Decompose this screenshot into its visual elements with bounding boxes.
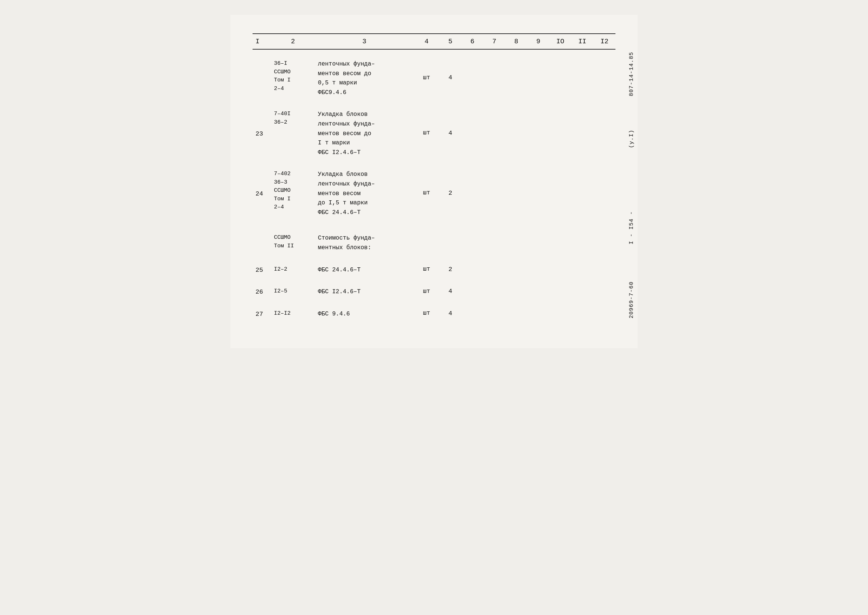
- row-empty-col: [593, 262, 615, 277]
- row-empty-col: [571, 166, 593, 220]
- page: 807-14-14.85 (у.I) I - I54 - 20969-7-60 …: [230, 15, 638, 348]
- row-unit: шт: [414, 262, 439, 277]
- row-empty-col: [571, 262, 593, 277]
- row-desc: ленточных фунда– ментов весом до 0,5 т м…: [315, 56, 414, 100]
- row-empty-col: [483, 306, 505, 322]
- row-empty-col: [483, 262, 505, 277]
- right-label-3: I - I54 -: [628, 211, 635, 244]
- row-empty-col: [506, 262, 527, 277]
- row-unit: шт: [414, 56, 439, 100]
- row-empty-col: [593, 306, 615, 322]
- row-empty-col: [549, 226, 571, 255]
- row-empty-col: [593, 166, 615, 220]
- row-empty-col: [483, 284, 505, 299]
- col-header-2: 2: [271, 34, 315, 49]
- row-number: 27: [253, 306, 271, 322]
- row-empty-col: [527, 106, 549, 159]
- col-header-6: 6: [461, 34, 483, 49]
- row-empty-col: [527, 262, 549, 277]
- col-header-1: I: [253, 34, 271, 49]
- row-unit: [414, 226, 439, 255]
- row-number: 23: [253, 106, 271, 159]
- row-empty-col: [461, 226, 483, 255]
- col-header-8: 8: [506, 34, 527, 49]
- row-empty-col: [593, 106, 615, 159]
- right-label-4: 20969-7-60: [628, 281, 635, 318]
- row-qty: 4: [440, 106, 461, 159]
- table-row: 237–40I 36–2Укладка блоков ленточных фун…: [253, 106, 615, 159]
- row-ref: CCШМО Том II: [271, 226, 315, 255]
- row-empty-col: [593, 56, 615, 100]
- row-empty-col: [461, 106, 483, 159]
- row-qty: [440, 226, 461, 255]
- right-label-2: (у.I): [628, 130, 635, 148]
- col-header-5: 5: [440, 34, 461, 49]
- row-qty: 4: [440, 306, 461, 322]
- row-empty-col: [527, 284, 549, 299]
- row-ref: I2–I2: [271, 306, 315, 322]
- row-empty-col: [527, 306, 549, 322]
- row-empty-col: [549, 106, 571, 159]
- row-unit: шт: [414, 106, 439, 159]
- row-number: 25: [253, 262, 271, 277]
- row-empty-col: [549, 284, 571, 299]
- row-empty-col: [461, 262, 483, 277]
- row-desc: Стоимость фунда– ментных блоков:: [315, 226, 414, 255]
- row-ref: 36–I CCШМО Том I 2–4: [271, 56, 315, 100]
- row-empty-col: [527, 56, 549, 100]
- row-unit: шт: [414, 284, 439, 299]
- row-empty-col: [549, 166, 571, 220]
- row-empty-col: [506, 56, 527, 100]
- row-unit: шт: [414, 306, 439, 322]
- col-header-7: 7: [483, 34, 505, 49]
- table-header-row: I 2 3 4 5 6 7 8 9 IO II I2: [253, 34, 615, 49]
- row-empty-col: [593, 226, 615, 255]
- row-empty-col: [571, 226, 593, 255]
- row-empty-col: [549, 306, 571, 322]
- table-row: CCШМО Том IIСтоимость фунда– ментных бло…: [253, 226, 615, 255]
- right-label-1: 807-14-14.85: [628, 52, 635, 96]
- row-empty-col: [506, 284, 527, 299]
- row-empty-col: [483, 106, 505, 159]
- row-number: [253, 226, 271, 255]
- table-row: 25I2–2ФБС 24.4.6–Тшт2: [253, 262, 615, 277]
- row-empty-col: [593, 284, 615, 299]
- col-header-9: 9: [527, 34, 549, 49]
- col-header-12: I2: [593, 34, 615, 49]
- row-empty-col: [483, 56, 505, 100]
- col-header-4: 4: [414, 34, 439, 49]
- row-empty-col: [483, 166, 505, 220]
- row-qty: 4: [440, 284, 461, 299]
- main-table: I 2 3 4 5 6 7 8 9 IO II I2 36–I CCШМО То…: [253, 33, 615, 321]
- row-empty-col: [571, 56, 593, 100]
- row-desc: Укладка блоков ленточных фунда– ментов в…: [315, 106, 414, 159]
- row-empty-col: [527, 226, 549, 255]
- row-desc: ФБС 24.4.6–Т: [315, 262, 414, 277]
- row-empty-col: [461, 56, 483, 100]
- row-unit: шт: [414, 166, 439, 220]
- row-empty-col: [461, 306, 483, 322]
- table-row: 27I2–I2ФБС 9.4.6шт4: [253, 306, 615, 322]
- table-row: 26I2–5ФБС I2.4.6–Тшт4: [253, 284, 615, 299]
- row-empty-col: [461, 166, 483, 220]
- row-ref: I2–2: [271, 262, 315, 277]
- row-empty-col: [527, 166, 549, 220]
- col-header-10: IO: [549, 34, 571, 49]
- row-number: 26: [253, 284, 271, 299]
- table-row: 247–402 36–3 CCШМО Том I 2–4Укладка блок…: [253, 166, 615, 220]
- row-empty-col: [483, 226, 505, 255]
- col-header-3: 3: [315, 34, 414, 49]
- row-qty: 2: [440, 262, 461, 277]
- row-desc: ФБС I2.4.6–Т: [315, 284, 414, 299]
- row-empty-col: [506, 166, 527, 220]
- row-qty: 4: [440, 56, 461, 100]
- row-empty-col: [571, 306, 593, 322]
- row-qty: 2: [440, 166, 461, 220]
- row-desc: ФБС 9.4.6: [315, 306, 414, 322]
- row-empty-col: [506, 106, 527, 159]
- row-number: [253, 56, 271, 100]
- row-empty-col: [506, 306, 527, 322]
- table-row: 36–I CCШМО Том I 2–4ленточных фунда– мен…: [253, 56, 615, 100]
- row-empty-col: [461, 284, 483, 299]
- row-desc: Укладка блоков ленточных фунда– ментов в…: [315, 166, 414, 220]
